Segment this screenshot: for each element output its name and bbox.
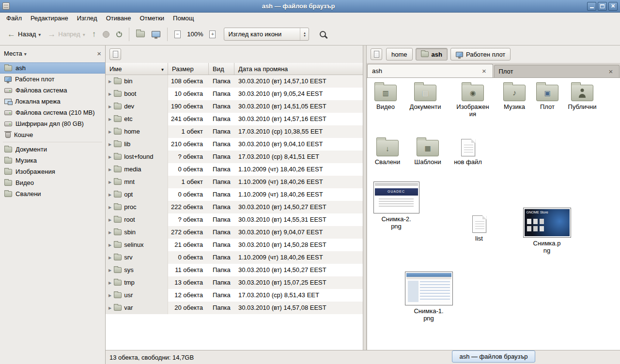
file-item[interactable]: list [461,214,497,243]
folder-item[interactable]: Публични [564,82,601,111]
tab-inactive[interactable]: Плот [494,65,620,77]
menu-item[interactable]: Изглед [73,14,102,23]
sidebar-item[interactable]: Кошче [0,129,105,140]
menu-item[interactable]: Помощ [169,14,198,23]
menu-item[interactable]: Отиване [102,14,136,23]
forward-button[interactable]: Напред [44,28,88,41]
expander-icon[interactable] [108,113,111,125]
sidebar-item[interactable]: Изображения [0,166,105,177]
minimize-button[interactable] [587,2,596,11]
close-button[interactable] [608,2,618,11]
column-header[interactable]: Вид [209,63,234,75]
image-item[interactable]: GUADECСнимка-2.png [371,182,421,230]
zoom-in-button[interactable] [206,28,219,41]
expander-icon[interactable] [108,88,111,100]
sidebar-close-button[interactable] [97,50,101,58]
sidebar-item[interactable]: Работен плот [0,74,105,85]
folder-item[interactable]: Изображения [454,82,491,118]
expander-icon[interactable] [108,163,111,176]
sidebar-title[interactable]: Места [4,50,22,57]
file-row[interactable]: sbin272 обектаПапка30.03.2010 (вт) 9,04,… [106,226,363,239]
pane-splitter[interactable] [363,46,367,350]
expander-icon[interactable] [108,239,111,251]
file-row[interactable]: sys11 обектаПапка30.03.2010 (вт) 14,50,2… [106,264,363,276]
maximize-button[interactable] [598,2,607,11]
image-item[interactable]: GNOME StoreСнимка.png [522,208,572,254]
expander-icon[interactable] [108,289,111,302]
menu-item[interactable]: Отметки [135,14,169,23]
menu-item[interactable]: Редактиране [26,14,73,23]
back-button[interactable]: Назад [4,28,44,41]
expander-icon[interactable] [108,302,111,314]
sidebar-item[interactable]: Файлова система [0,85,105,96]
file-row[interactable]: opt0 обектаПапка1.10.2009 (чт) 18,40,26 … [106,188,363,201]
back-history-dropdown-icon[interactable] [38,30,41,38]
sidebar-mode-dropdown-icon[interactable] [24,50,27,57]
tab-close-button[interactable] [607,68,615,76]
file-row[interactable]: etc241 обектаПапка30.03.2010 (вт) 14,57,… [106,113,363,125]
expander-icon[interactable] [108,226,111,239]
view-mode-spinner[interactable] [300,28,309,40]
folder-item[interactable]: Видео [367,82,404,111]
taskbar-window-button[interactable]: ash — файлов браузър [452,350,535,363]
expander-icon[interactable] [108,151,111,163]
file-row[interactable]: usr12 обектаПапка17.03.2010 (ср) 8,51,43… [106,289,363,302]
sidebar-item[interactable]: Файлова система (210 MB) [0,107,105,118]
sidebar-item[interactable]: ash [0,62,105,74]
sidebar-item[interactable]: Шифриран дял (80 GB) [0,118,105,129]
file-row[interactable]: lost+found? обектаПапка17.03.2010 (ср) 8… [106,151,363,163]
image-item[interactable]: Снимка-1.png [403,272,454,322]
folder-item[interactable]: Документи [407,82,444,111]
expander-icon[interactable] [108,276,111,289]
expander-icon[interactable] [108,176,111,188]
home-button[interactable] [133,29,148,40]
expander-icon[interactable] [108,188,111,201]
file-row[interactable]: srv0 обектаПапка1.10.2009 (чт) 18,40,26 … [106,251,363,264]
column-header[interactable]: Име [106,63,168,75]
expander-icon[interactable] [108,201,111,213]
up-button[interactable] [89,28,100,41]
search-button[interactable] [315,27,330,42]
expander-icon[interactable] [108,100,111,113]
file-row[interactable]: mnt1 обектПапка1.10.2009 (чт) 18,40,26 E… [106,176,363,188]
column-header[interactable]: Дата на промяна [234,63,363,75]
folder-item[interactable]: Свалени [369,137,406,166]
sidebar-item[interactable]: Документи [0,144,105,155]
expander-icon[interactable] [108,75,111,88]
sidebar-item[interactable]: Музика [0,155,105,166]
sidebar-item[interactable]: Свалени [0,188,105,199]
folder-item[interactable]: Шаблони [409,137,446,166]
file-row[interactable]: lib210 обектаПапка30.03.2010 (вт) 9,04,1… [106,138,363,151]
file-row[interactable]: root? обектаПапка30.03.2010 (вт) 14,55,3… [106,213,363,226]
computer-button[interactable] [148,29,164,40]
expander-icon[interactable] [108,213,111,226]
file-row[interactable]: bin108 обектаПапка30.03.2010 (вт) 14,57,… [106,75,363,88]
file-row[interactable]: boot10 обектаПапка30.03.2010 (вт) 9,05,2… [106,88,363,100]
column-header[interactable]: Размер [168,63,209,75]
location-toggle-button[interactable] [109,48,121,60]
tab-close-button[interactable] [480,67,488,75]
expander-icon[interactable] [108,125,111,138]
titlebar[interactable]: ash — файлов браузър [0,0,620,13]
file-row[interactable]: dev190 обектаПапка30.03.2010 (вт) 14,51,… [106,100,363,113]
folder-item[interactable]: Музика [496,82,533,111]
expander-icon[interactable] [108,251,111,264]
file-row[interactable]: tmp13 обектаПапка30.03.2010 (вт) 15,07,2… [106,276,363,289]
expander-icon[interactable] [108,264,111,276]
file-row[interactable]: media0 обектаПапка1.10.2009 (чт) 18,40,2… [106,163,363,176]
tab-active[interactable]: ash [367,64,493,77]
view-mode-select[interactable]: Изглед като икони [224,28,309,41]
breadcrumb-button[interactable]: Работен плот [450,48,511,61]
zoom-out-button[interactable] [171,28,184,41]
sidebar-item[interactable]: Видео [0,177,105,188]
stop-button[interactable] [99,29,113,40]
file-item[interactable]: нов файл [450,138,486,166]
reload-button[interactable] [113,29,125,40]
location-toggle-button[interactable] [371,48,382,60]
file-row[interactable]: var20 обектаПапка30.03.2010 (вт) 14,57,0… [106,302,363,314]
breadcrumb-button[interactable]: ash [416,48,448,61]
expander-icon[interactable] [108,138,111,151]
file-row[interactable]: selinux21 обектаПапка30.03.2010 (вт) 14,… [106,239,363,251]
file-row[interactable]: home1 обектПапка17.03.2010 (ср) 10,38,55… [106,125,363,138]
menu-item[interactable]: Файл [2,14,26,23]
